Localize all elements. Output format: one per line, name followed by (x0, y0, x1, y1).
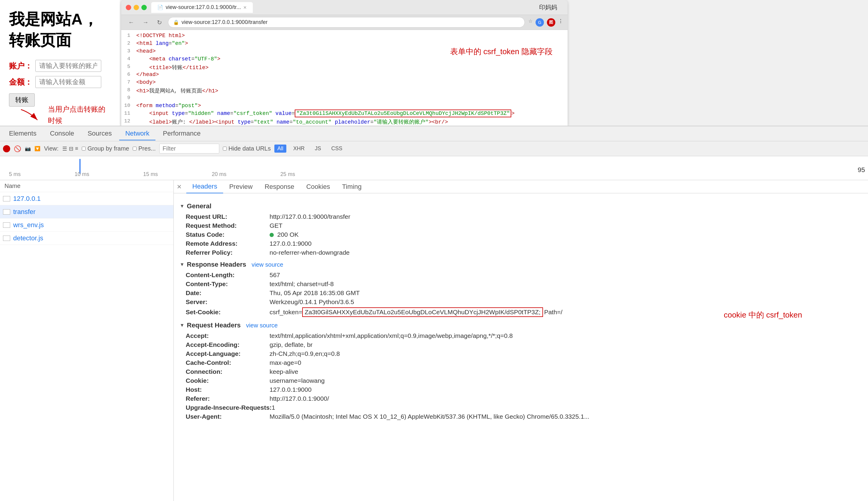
request-method-value: GET (270, 222, 282, 229)
accept-key: Accept: (186, 332, 270, 339)
request-view-source-link[interactable]: view source (246, 322, 278, 329)
host-value: 127.0.0.1:9000 (270, 386, 312, 393)
host-row: Host: 127.0.0.1:9000 (180, 386, 862, 393)
referrer-policy-key: Referrer Policy: (186, 249, 270, 256)
request-method-key: Request Method: (186, 222, 270, 229)
timeline-right-value: 95 (858, 166, 865, 174)
response-view-source-link[interactable]: view source (252, 261, 283, 268)
referer-row: Referer: http://127.0.0.1:9000/ (180, 395, 862, 402)
server-key: Server: (186, 298, 270, 306)
tab-performance[interactable]: Performance (157, 127, 207, 140)
extension-icon-red[interactable]: 图 (547, 18, 555, 26)
tab-network[interactable]: Network (119, 127, 155, 140)
code-line-12: 12 <label>账户: </label><input type="text"… (121, 118, 567, 126)
cache-control-key: Cache-Control: (186, 359, 270, 366)
close-traffic-light[interactable] (126, 5, 131, 10)
request-triangle: ▼ (180, 323, 185, 328)
clear-button[interactable]: 🚫 (14, 145, 21, 152)
browser-user: 印妈妈 (539, 3, 563, 11)
amount-input[interactable] (35, 76, 101, 88)
code-line-9: 9 (121, 95, 567, 102)
timeline-10ms: 10 ms (75, 171, 89, 178)
referrer-policy-row: Referrer Policy: no-referrer-when-downgr… (180, 249, 862, 256)
cache-control-value: max-age=0 (270, 359, 301, 366)
detail-tab-preview[interactable]: Preview (223, 180, 259, 193)
accept-row: Accept: text/html,application/xhtml+xml,… (180, 332, 862, 339)
server-value: Werkzeug/0.14.1 Python/3.6.5 (270, 298, 354, 306)
code-line-1: 1 <!DOCTYPE html> (121, 32, 567, 40)
back-button[interactable]: ← (126, 18, 137, 27)
group-by-frame-checkbox[interactable]: Group by frame (82, 145, 129, 152)
all-filter-btn[interactable]: All (274, 145, 286, 153)
maximize-traffic-light[interactable] (142, 5, 147, 10)
account-input[interactable] (35, 60, 101, 72)
filter-icon[interactable]: 🔽 (34, 146, 40, 151)
general-section-header: ▼ General (180, 202, 862, 210)
status-code-row: Status Code: 200 OK (180, 231, 862, 238)
request-method-row: Request Method: GET (180, 222, 862, 229)
transfer-button[interactable]: 转账 (9, 93, 35, 107)
camera-icon[interactable]: 📷 (25, 146, 31, 151)
detail-view-icon[interactable]: ⊟ (69, 146, 73, 152)
content-type-value: text/html; charset=utf-8 (270, 280, 334, 288)
upgrade-insecure-value: 1 (272, 404, 275, 411)
detail-tab-response[interactable]: Response (259, 180, 300, 193)
file-name-detector: detector.js (13, 234, 43, 242)
account-label: 账户： (9, 61, 32, 71)
record-button[interactable] (3, 145, 10, 152)
code-line-7: 7 <body> (121, 79, 567, 87)
tab-console[interactable]: Console (44, 127, 80, 140)
detail-close-button[interactable]: ✕ (177, 183, 182, 190)
detail-tab-headers[interactable]: Headers (186, 180, 223, 193)
forward-button[interactable]: → (140, 18, 151, 27)
code-line-6: 6 </head> (121, 71, 567, 79)
file-list-header: Name (0, 180, 174, 192)
css-filter-btn[interactable]: CSS (328, 144, 346, 153)
devtools-panel: Elements Console Sources Network Perform… (0, 126, 868, 501)
list-view-icon[interactable]: ☰ (62, 146, 67, 152)
tab-elements[interactable]: Elements (3, 127, 43, 140)
tab-sources[interactable]: Sources (82, 127, 118, 140)
reload-button[interactable]: ↻ (155, 18, 165, 27)
compact-view-icon[interactable]: ≡ (75, 146, 79, 152)
referrer-policy-value: no-referrer-when-downgrade (270, 249, 349, 256)
filter-input[interactable] (159, 143, 219, 153)
file-item-127[interactable]: 127.0.0.1 (0, 192, 174, 205)
minimize-traffic-light[interactable] (134, 5, 139, 10)
timeline-labels: 5 ms 10 ms 15 ms 20 ms 25 ms (9, 171, 295, 178)
content-type-row: Content-Type: text/html; charset=utf-8 (180, 280, 862, 288)
browser-tab[interactable]: 📄 view-source:127.0.0.1:9000/tr... ✕ (151, 2, 253, 13)
file-item-transfer[interactable]: transfer (0, 205, 174, 218)
cache-control-row: Cache-Control: max-age=0 (180, 359, 862, 366)
address-bar[interactable]: 🔒 view-source:127.0.0.1:9000/transfer (168, 17, 525, 28)
hide-data-urls-checkbox[interactable]: Hide data URLs (223, 145, 271, 152)
detail-tab-cookies[interactable]: Cookies (300, 180, 336, 193)
js-filter-btn[interactable]: JS (312, 144, 324, 153)
set-cookie-prefix: csrf_token= (270, 309, 302, 316)
accept-language-value: zh-CN,zh;q=0.9,en;q=0.8 (270, 350, 340, 358)
cookie-row: Cookie: username=laowang (180, 377, 862, 384)
menu-icon[interactable]: ⋮ (558, 18, 563, 26)
browser-titlebar: 📄 view-source:127.0.0.1:9000/tr... ✕ 印妈妈 (121, 0, 567, 15)
xhr-filter-btn[interactable]: XHR (290, 144, 308, 153)
file-icon-127 (3, 196, 10, 201)
tab-close-button[interactable]: ✕ (243, 5, 247, 10)
request-url-value: http://127.0.0.1:9000/transfer (270, 213, 351, 220)
timeline-15ms: 15 ms (143, 171, 158, 178)
cookie-value: username=laowang (270, 377, 325, 384)
account-row: 账户： (9, 60, 111, 72)
preserve-log-checkbox[interactable]: Pres... (133, 145, 156, 152)
user-agent-key: User-Agent: (186, 413, 270, 420)
extension-icon-blue[interactable]: G (535, 18, 544, 26)
file-item-wrs[interactable]: wrs_env.js (0, 218, 174, 232)
general-triangle: ▼ (180, 203, 185, 209)
timeline-area: 5 ms 10 ms 15 ms 20 ms 25 ms 95 (0, 156, 868, 180)
browser-window: 📄 view-source:127.0.0.1:9000/tr... ✕ 印妈妈… (121, 0, 567, 126)
network-toolbar: 🚫 📷 🔽 View: ☰ ⊟ ≡ Group by frame Pres...… (0, 141, 868, 156)
remote-address-value: 127.0.0.1:9000 (270, 240, 312, 247)
detail-tab-timing[interactable]: Timing (336, 180, 367, 193)
detail-tabs-bar: ✕ Headers Preview Response Cookies Timin… (174, 180, 868, 193)
file-icon-wrs (3, 222, 10, 228)
file-item-detector[interactable]: detector.js (0, 232, 174, 245)
bookmark-icon[interactable]: ☆ (529, 18, 533, 26)
